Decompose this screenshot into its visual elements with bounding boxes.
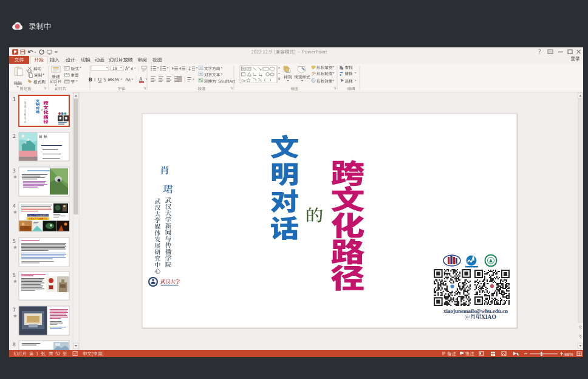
- svg-text:xiaojunemails@whu.edu.cn: xiaojunemails@whu.edu.cn: [443, 308, 508, 314]
- svg-text:98%: 98%: [564, 352, 573, 357]
- svg-text:XIAO: XIAO: [481, 314, 496, 320]
